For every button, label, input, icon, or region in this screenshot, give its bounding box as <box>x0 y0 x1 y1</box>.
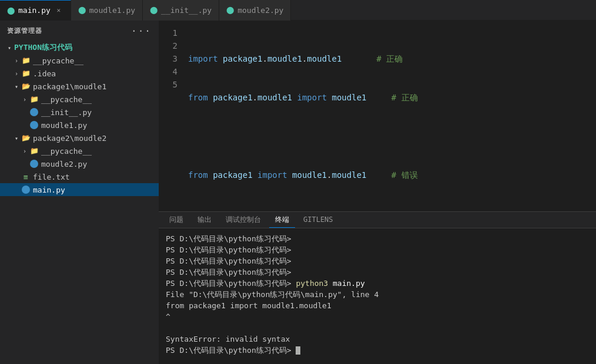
terminal-line: PS D:\代码目录\python练习代码> <box>166 244 589 255</box>
py-icon: ⬤ <box>150 6 158 14</box>
tab-bar: ⬤ main.py ✕ ⬤ moudle1.py ⬤ __init__.py ⬤… <box>0 0 596 21</box>
code-line-2: from package1.moudle1 import moudle1 # 正… <box>188 91 596 104</box>
item-label: file.txt <box>33 173 70 181</box>
chevron-icon <box>12 69 21 78</box>
chevron-icon <box>12 133 21 143</box>
sidebar-item-pycache1[interactable]: 📁 __pycache__ <box>0 54 159 67</box>
terminal-prompt-cursor: PS D:\代码目录\python练习代码> <box>166 345 589 356</box>
sidebar-more-button[interactable]: ··· <box>131 25 152 36</box>
root-label: PYTHON练习代码 <box>14 42 72 53</box>
tab-terminal[interactable]: 终端 <box>269 213 295 228</box>
tab-debug[interactable]: 调试控制台 <box>220 213 267 228</box>
sidebar: 资源管理器 ··· PYTHON练习代码 📁 __pycache__ 📁 .id… <box>0 21 159 364</box>
tab-output[interactable]: 输出 <box>192 213 217 228</box>
code-line-4: from package1 import moudle1.moudle1 # 错… <box>188 168 596 181</box>
sidebar-item-package2[interactable]: 📂 package2\moudle2 <box>0 132 159 144</box>
code-line-5 <box>188 207 596 211</box>
sidebar-item-moudle2-py[interactable]: moudle2.py <box>0 157 159 170</box>
tab-main-py[interactable]: ⬤ main.py ✕ <box>0 0 71 21</box>
terminal-blank <box>166 322 589 333</box>
code-content[interactable]: import package1.moudle1.moudle1 # 正确 fro… <box>182 21 596 211</box>
sidebar-item-file-txt[interactable]: ≡ file.txt <box>0 170 159 183</box>
code-line-3 <box>188 130 596 143</box>
folder-icon: 📁 <box>29 95 39 104</box>
sidebar-title: 资源管理器 <box>7 26 42 35</box>
item-label: __pycache__ <box>41 95 92 104</box>
folder-icon: 📂 <box>21 82 31 91</box>
chevron-icon <box>12 82 21 91</box>
sidebar-item-main-py[interactable]: main.py <box>0 183 159 196</box>
chevron-icon <box>5 43 14 52</box>
tab-label: main.py <box>18 6 51 15</box>
terminal-panel: 问题 输出 调试控制台 终端 GITLENS PS D:\代码目录\python… <box>159 211 596 364</box>
panel-tabs: 问题 输出 调试控制台 终端 GITLENS <box>159 212 596 228</box>
code-view[interactable]: 1 2 3 4 5 import package1.moudle1.moudle… <box>159 21 596 211</box>
sidebar-item-moudle1-py[interactable]: moudle1.py <box>0 119 159 132</box>
tab-gitlens[interactable]: GITLENS <box>297 213 339 227</box>
tab-moudle2-py[interactable]: ⬤ moudle2.py <box>219 0 291 21</box>
py-file-icon <box>29 159 39 168</box>
txt-file-icon: ≡ <box>21 172 31 181</box>
tab-init-py[interactable]: ⬤ __init__.py <box>143 0 219 21</box>
terminal-line: PS D:\代码目录\python练习代码> <box>166 255 589 267</box>
py-file-icon <box>21 185 31 194</box>
folder-icon: 📁 <box>29 146 39 156</box>
sidebar-item-init-py[interactable]: __init__.py <box>0 106 159 119</box>
item-label: package2\moudle2 <box>33 134 106 143</box>
item-label: main.py <box>33 186 65 194</box>
folder-icon: 📁 <box>21 56 31 65</box>
editor-area: 1 2 3 4 5 import package1.moudle1.moudle… <box>159 21 596 364</box>
chevron-icon <box>12 56 21 65</box>
sidebar-item-pycache3[interactable]: 📁 __pycache__ <box>0 144 159 157</box>
terminal-content[interactable]: PS D:\代码目录\python练习代码> PS D:\代码目录\python… <box>159 228 596 364</box>
tab-problems[interactable]: 问题 <box>163 213 189 228</box>
sidebar-header: 资源管理器 ··· <box>0 21 159 41</box>
item-label: package1\moudle1 <box>33 82 106 91</box>
item-label: moudle1.py <box>41 121 87 130</box>
sidebar-item-idea[interactable]: 📁 .idea <box>0 67 159 80</box>
sidebar-item-package1[interactable]: 📂 package1\moudle1 <box>0 80 159 93</box>
chevron-icon <box>20 95 29 104</box>
item-label: .idea <box>33 69 56 78</box>
terminal-line: File "D:\代码目录\python练习代码\main.py", line … <box>166 289 589 300</box>
tab-moudle1-py[interactable]: ⬤ moudle1.py <box>71 0 143 21</box>
item-label: __init__.py <box>41 108 92 117</box>
tab-label: moudle2.py <box>237 6 283 15</box>
tab-label: moudle1.py <box>89 6 135 15</box>
py-icon: ⬤ <box>226 6 234 14</box>
terminal-command-line: PS D:\代码目录\python练习代码> python3 main.py <box>166 278 589 289</box>
py-file-icon <box>29 107 39 117</box>
item-label: moudle2.py <box>41 160 87 168</box>
folder-icon: 📁 <box>21 69 31 78</box>
item-label: __pycache__ <box>41 147 92 156</box>
py-icon: ⬤ <box>7 6 15 15</box>
tab-label: __init__.py <box>161 6 212 15</box>
terminal-line: ^ <box>166 311 589 322</box>
line-numbers: 1 2 3 4 5 <box>159 21 182 211</box>
py-file-icon <box>29 120 39 130</box>
code-line-1: import package1.moudle1.moudle1 # 正确 <box>188 52 596 65</box>
terminal-line: PS D:\代码目录\python练习代码> <box>166 267 589 278</box>
py-icon: ⬤ <box>78 6 86 14</box>
chevron-icon <box>20 146 29 156</box>
terminal-error-line: SyntaxError: invalid syntax <box>166 333 589 345</box>
sidebar-root[interactable]: PYTHON练习代码 <box>0 41 159 54</box>
tab-close-button[interactable]: ✕ <box>54 6 63 15</box>
terminal-line: PS D:\代码目录\python练习代码> <box>166 233 589 244</box>
sidebar-item-pycache2[interactable]: 📁 __pycache__ <box>0 93 159 106</box>
main-area: 资源管理器 ··· PYTHON练习代码 📁 __pycache__ 📁 .id… <box>0 21 596 364</box>
folder-icon: 📂 <box>21 133 31 143</box>
terminal-line: from package1 import moudle1.moudle1 <box>166 300 589 311</box>
item-label: __pycache__ <box>33 56 83 65</box>
